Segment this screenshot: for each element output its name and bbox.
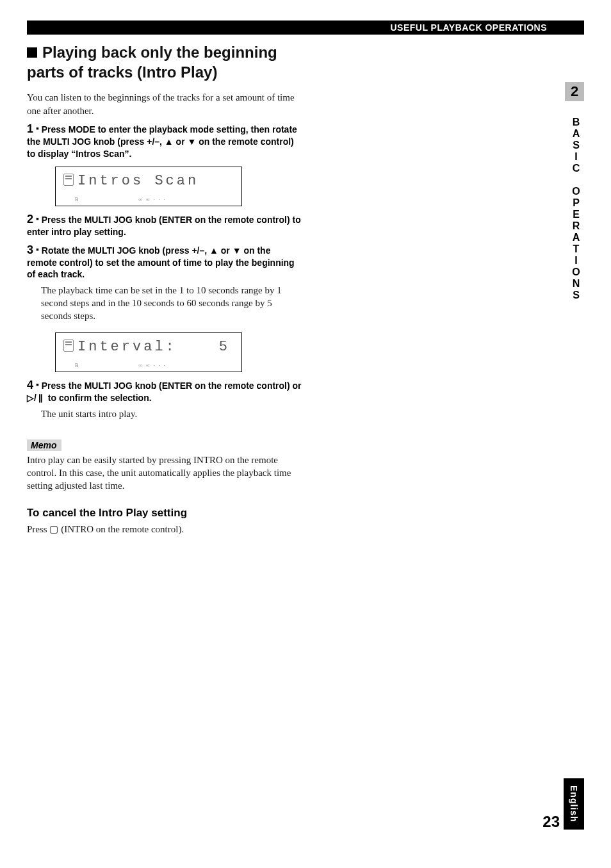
chapter-tab: 2 (565, 82, 584, 101)
lcd-main-row: Interval: 5 (63, 338, 234, 355)
lcd-sub-row: B ∞ ∞ · · · (56, 197, 241, 202)
step-1-instruction: Press MODE to enter the playback mode se… (27, 124, 297, 159)
page-number: 23 (542, 813, 560, 831)
step-dot: ▪ (33, 379, 42, 389)
disc-icon (63, 174, 74, 186)
content-column: Playing back only the beginning parts of… (27, 42, 302, 535)
title-text: Playing back only the beginning parts of… (27, 44, 277, 81)
step-number: 4 (27, 379, 33, 391)
cancel-text: Press ▢ (INTRO on the remote control). (27, 523, 302, 535)
stop-icon: ▢ (49, 523, 58, 534)
step-4: 4 ▪ Press the MULTI JOG knob (ENTER on t… (27, 379, 302, 404)
step-1: 1 ▪ Press MODE to enter the playback mod… (27, 122, 302, 160)
title-square-icon (27, 47, 37, 58)
language-tab: English (564, 778, 584, 830)
step-number: 3 (27, 243, 33, 256)
lcd-sub-b: B (75, 363, 79, 368)
intro-paragraph: You can listen to the beginnings of the … (27, 91, 302, 117)
lcd-display-interval: Interval: 5 B ∞ ∞ · · · (55, 332, 242, 372)
step-3-instruction: Rotate the MULTI JOG knob (press +/–, ▲ … (27, 245, 295, 280)
step-number: 2 (27, 213, 33, 225)
lcd-display-intros-scan: Intros Scan B ∞ ∞ · · · (55, 167, 242, 206)
memo-block: Memo Intro play can be easily started by… (27, 430, 302, 493)
memo-label: Memo (27, 439, 61, 451)
header-section-title: USEFUL PLAYBACK OPERATIONS (390, 22, 547, 33)
step-4-instruction: Press the MULTI JOG knob (ENTER on the r… (27, 381, 302, 403)
lcd-text: Intros Scan (77, 173, 199, 189)
step-2: 2 ▪ Press the MULTI JOG knob (ENTER on t… (27, 213, 302, 238)
lcd-sub-b: B (75, 197, 79, 202)
lcd-marks: ∞ ∞ · · · (138, 197, 166, 202)
lcd-main-row: Intros Scan (63, 172, 234, 189)
step-dot: ▪ (33, 213, 42, 224)
lcd-value: 5 (219, 339, 234, 355)
lcd-text: Interval: (77, 339, 177, 355)
step-dot: ▪ (33, 244, 42, 254)
lcd-marks: ∞ ∞ · · · (138, 363, 166, 368)
step-number: 1 (27, 122, 33, 135)
step-dot: ▪ (33, 123, 42, 133)
cancel-suffix: (INTRO on the remote control). (58, 524, 184, 534)
step-3: 3 ▪ Rotate the MULTI JOG knob (press +/–… (27, 243, 302, 281)
step-2-instruction: Press the MULTI JOG knob (ENTER on the r… (27, 215, 301, 237)
step-4-body: The unit starts intro play. (27, 408, 302, 421)
disc-icon (63, 340, 74, 352)
header-bar: USEFUL PLAYBACK OPERATIONS (27, 20, 584, 35)
lcd-sub-row: B ∞ ∞ · · · (56, 363, 241, 368)
cancel-prefix: Press (27, 524, 49, 534)
memo-text: Intro play can be easily started by pres… (27, 454, 302, 493)
step-3-body: The playback time can be set in the 1 to… (27, 284, 302, 323)
cancel-heading: To cancel the Intro Play setting (27, 507, 302, 520)
side-section-label: BASIC OPERATIONS (570, 117, 582, 301)
page-title: Playing back only the beginning parts of… (27, 42, 302, 82)
